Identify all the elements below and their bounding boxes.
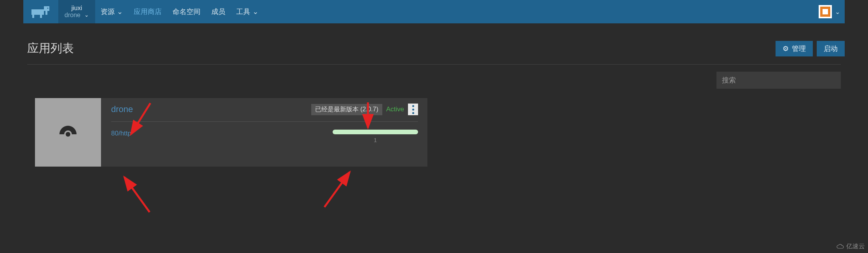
svg-rect-1 (44, 6, 49, 11)
replica-bar (333, 130, 418, 134)
annotation-arrow-icon (321, 168, 356, 211)
svg-rect-0 (31, 9, 44, 15)
page-header: 应用列表 ⚙ 管理 启动 (0, 23, 868, 64)
header-actions: ⚙ 管理 启动 (776, 41, 845, 56)
launch-button[interactable]: 启动 (817, 41, 845, 56)
gear-icon: ⚙ (783, 44, 789, 53)
nav-app-store[interactable]: 应用商店 (128, 0, 167, 23)
svg-point-5 (47, 8, 49, 9)
svg-point-7 (66, 132, 70, 137)
drone-logo-icon (54, 119, 82, 146)
app-icon-box (35, 98, 101, 167)
app-name-link[interactable]: drone (111, 104, 133, 114)
page-title: 应用列表 (27, 40, 74, 56)
cloud-icon (836, 244, 845, 250)
environment-selector[interactable]: jiuxi drone ⌄ (58, 0, 95, 23)
svg-rect-2 (32, 15, 34, 18)
kebab-menu-button[interactable] (408, 104, 418, 115)
app-card: drone 已经是最新版本 (2.0.7) Active 80/http 1 (35, 98, 427, 167)
svg-rect-3 (40, 15, 42, 18)
cattle-logo-icon (29, 5, 52, 18)
status-badge: Active (386, 105, 404, 113)
port-link[interactable]: 80/http (111, 130, 131, 137)
nav-members[interactable]: 成员 (206, 0, 231, 23)
svg-line-11 (324, 172, 350, 207)
version-badge: 已经是最新版本 (2.0.7) (311, 104, 382, 115)
chevron-down-icon: ⌄ (84, 12, 89, 18)
search-input[interactable] (716, 72, 841, 89)
project-name: drone (64, 12, 80, 19)
app-top-row: drone 已经是最新版本 (2.0.7) Active (111, 104, 418, 115)
nav-resources[interactable]: 资源 ⌄ (95, 0, 128, 23)
annotation-arrow-icon (119, 173, 157, 216)
topbar-right: ⌄ (819, 5, 845, 18)
nav-items: 资源 ⌄ 应用商店 命名空间 成员 工具 ⌄ (95, 0, 264, 23)
app-bottom-row: 80/http 1 (111, 130, 418, 143)
user-avatar[interactable] (819, 5, 832, 18)
manage-button[interactable]: ⚙ 管理 (776, 41, 813, 56)
chevron-down-icon[interactable]: ⌄ (835, 8, 840, 16)
replica-count: 1 (333, 137, 418, 143)
watermark: 亿速云 (836, 242, 865, 251)
nav-tools[interactable]: 工具 ⌄ (231, 0, 264, 23)
chevron-down-icon: ⌄ (117, 7, 123, 16)
search-row (0, 65, 868, 98)
env-name: jiuxi (71, 5, 82, 12)
replica-area: 1 (333, 130, 418, 143)
app-body: drone 已经是最新版本 (2.0.7) Active 80/http 1 (101, 98, 427, 167)
divider (111, 121, 418, 122)
svg-rect-4 (45, 11, 47, 15)
top-nav-bar: jiuxi drone ⌄ 资源 ⌄ 应用商店 命名空间 成员 工具 ⌄ ⌄ (23, 0, 845, 23)
brand-logo[interactable] (23, 0, 58, 23)
svg-line-10 (124, 177, 150, 212)
chevron-down-icon: ⌄ (253, 7, 258, 16)
nav-namespaces[interactable]: 命名空间 (167, 0, 206, 23)
